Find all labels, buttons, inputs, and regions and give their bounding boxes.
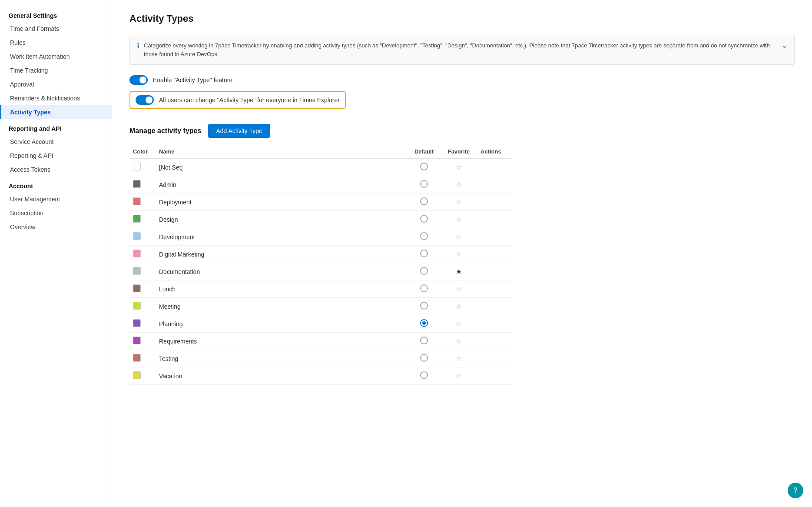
color-swatch[interactable] <box>133 232 141 240</box>
default-cell[interactable] <box>408 176 442 193</box>
default-radio[interactable] <box>420 354 428 362</box>
color-cell[interactable] <box>129 263 156 280</box>
color-swatch[interactable] <box>133 302 141 310</box>
sidebar-item-subscription[interactable]: Subscription <box>0 206 112 220</box>
favorite-cell[interactable]: ☆ <box>442 367 477 385</box>
color-swatch[interactable] <box>133 371 141 379</box>
color-cell[interactable] <box>129 228 156 246</box>
sidebar-item-reporting-api[interactable]: Reporting & API <box>0 149 112 163</box>
help-button[interactable]: ? <box>788 483 803 498</box>
color-swatch[interactable] <box>133 354 141 362</box>
sidebar-item-activity-types[interactable]: Activity Types <box>0 105 112 119</box>
favorite-cell[interactable]: ★ <box>442 263 477 280</box>
default-radio[interactable] <box>420 337 428 344</box>
favorite-star[interactable]: ☆ <box>456 163 462 171</box>
favorite-star[interactable]: ☆ <box>456 372 462 380</box>
color-cell[interactable] <box>129 211 156 228</box>
add-activity-type-button[interactable]: Add Activity Type <box>208 124 270 138</box>
default-cell[interactable] <box>408 228 442 246</box>
default-cell[interactable] <box>408 350 442 367</box>
sidebar-item-access-tokens[interactable]: Access Tokens <box>0 163 112 177</box>
collapse-icon[interactable]: ⌄ <box>782 41 787 50</box>
sidebar-item-user-management[interactable]: User Management <box>0 192 112 206</box>
toggle-all-users[interactable] <box>136 95 154 105</box>
default-cell[interactable] <box>408 193 442 211</box>
favorite-star[interactable]: ☆ <box>456 355 462 362</box>
favorite-star[interactable]: ☆ <box>456 216 462 223</box>
main-content: Activity Types ℹ Categorize every worklo… <box>112 0 812 507</box>
default-radio[interactable] <box>420 180 428 188</box>
default-radio[interactable] <box>420 232 428 240</box>
sidebar-item-service-account[interactable]: Service Account <box>0 135 112 149</box>
default-radio[interactable] <box>420 319 428 327</box>
favorite-cell[interactable]: ☆ <box>442 211 477 228</box>
sidebar-item-time-and-formats[interactable]: Time and Formats <box>0 22 112 36</box>
sidebar-item-work-item-automation[interactable]: Work Item Automation <box>0 50 112 63</box>
color-cell[interactable] <box>129 159 156 176</box>
sidebar-item-time-tracking[interactable]: Time Tracking <box>0 63 112 77</box>
color-cell[interactable] <box>129 193 156 211</box>
sidebar-item-rules[interactable]: Rules <box>0 36 112 50</box>
favorite-cell[interactable]: ☆ <box>442 228 477 246</box>
color-swatch[interactable] <box>133 250 141 257</box>
favorite-star[interactable]: ★ <box>456 268 462 275</box>
color-cell[interactable] <box>129 298 156 315</box>
default-cell[interactable] <box>408 298 442 315</box>
favorite-cell[interactable]: ☆ <box>442 350 477 367</box>
page-title: Activity Types <box>129 13 795 24</box>
color-swatch[interactable] <box>133 319 141 327</box>
color-cell[interactable] <box>129 315 156 333</box>
color-cell[interactable] <box>129 246 156 263</box>
color-cell[interactable] <box>129 280 156 298</box>
color-cell[interactable] <box>129 333 156 350</box>
favorite-cell[interactable]: ☆ <box>442 315 477 333</box>
favorite-cell[interactable]: ☆ <box>442 298 477 315</box>
favorite-star[interactable]: ☆ <box>456 285 462 293</box>
color-swatch[interactable] <box>133 215 141 223</box>
default-cell[interactable] <box>408 159 442 176</box>
default-cell[interactable] <box>408 246 442 263</box>
color-swatch[interactable] <box>133 284 141 292</box>
default-cell[interactable] <box>408 263 442 280</box>
default-cell[interactable] <box>408 367 442 385</box>
color-cell[interactable] <box>129 350 156 367</box>
favorite-cell[interactable]: ☆ <box>442 246 477 263</box>
color-cell[interactable] <box>129 367 156 385</box>
color-swatch-empty[interactable] <box>133 163 141 170</box>
color-cell[interactable] <box>129 176 156 193</box>
sidebar: General Settings Time and Formats Rules … <box>0 0 112 507</box>
default-radio[interactable] <box>420 284 428 292</box>
default-radio[interactable] <box>420 215 428 223</box>
favorite-cell[interactable]: ☆ <box>442 176 477 193</box>
favorite-star[interactable]: ☆ <box>456 250 462 258</box>
sidebar-item-reminders-notifications[interactable]: Reminders & Notifications <box>0 91 112 105</box>
favorite-star[interactable]: ☆ <box>456 181 462 188</box>
favorite-cell[interactable]: ☆ <box>442 159 477 176</box>
default-radio[interactable] <box>420 163 428 170</box>
default-cell[interactable] <box>408 315 442 333</box>
favorite-star[interactable]: ☆ <box>456 233 462 240</box>
default-cell[interactable] <box>408 211 442 228</box>
color-swatch[interactable] <box>133 337 141 344</box>
default-radio[interactable] <box>420 302 428 310</box>
favorite-star[interactable]: ☆ <box>456 320 462 327</box>
favorite-star[interactable]: ☆ <box>456 198 462 206</box>
default-cell[interactable] <box>408 333 442 350</box>
default-radio[interactable] <box>420 371 428 379</box>
toggle-enable-activity-type[interactable] <box>129 75 148 85</box>
default-radio[interactable] <box>420 197 428 205</box>
default-radio[interactable] <box>420 250 428 257</box>
color-swatch[interactable] <box>133 267 141 275</box>
favorite-star[interactable]: ☆ <box>456 337 462 345</box>
default-radio[interactable] <box>420 267 428 275</box>
favorite-cell[interactable]: ☆ <box>442 193 477 211</box>
sidebar-item-overview[interactable]: Overview <box>0 220 112 234</box>
favorite-cell[interactable]: ☆ <box>442 280 477 298</box>
info-banner-text: Categorize every worklog in 7pace Timetr… <box>144 41 777 58</box>
color-swatch[interactable] <box>133 180 141 188</box>
color-swatch[interactable] <box>133 197 141 205</box>
favorite-cell[interactable]: ☆ <box>442 333 477 350</box>
favorite-star[interactable]: ☆ <box>456 303 462 310</box>
default-cell[interactable] <box>408 280 442 298</box>
sidebar-item-approval[interactable]: Approval <box>0 77 112 91</box>
